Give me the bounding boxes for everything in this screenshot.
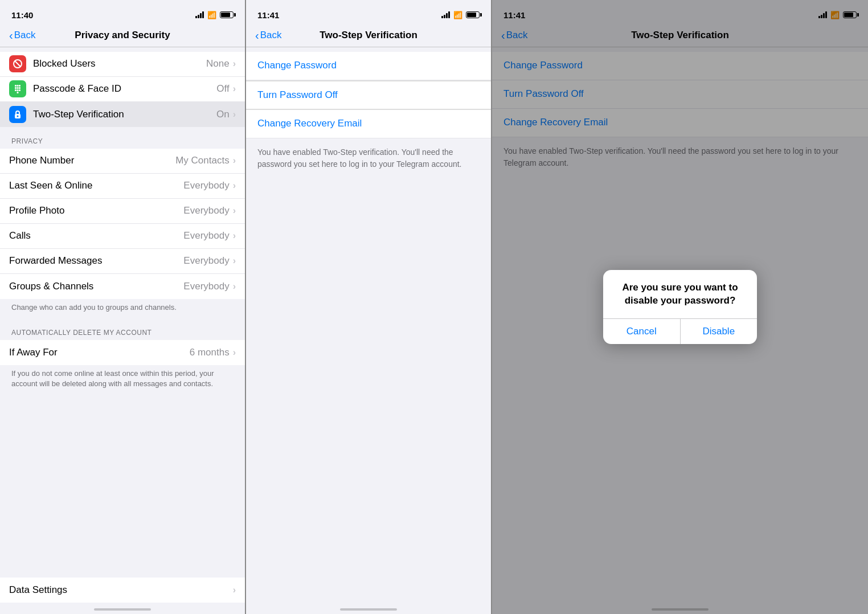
auto-delete-group: If Away For 6 months › [0,340,245,365]
status-time-1: 11:40 [11,10,33,20]
battery-icon-1 [220,11,234,18]
disable-button[interactable]: Disable [681,319,758,344]
two-step-label: Two-Step Verification [33,109,216,120]
back-button-2[interactable]: ‹ Back [255,29,281,42]
panel-2: 11:41 📶 ‹ Back Two-Step Verification Cha… [246,0,491,614]
chevron-two-step: › [233,109,236,120]
phone-number-label: Phone Number [9,155,175,166]
signal-icon-1 [195,11,204,18]
dialog-buttons: Cancel Disable [603,318,757,344]
svg-rect-10 [19,89,21,91]
settings-group-1: Blocked Users None › Pass [0,52,245,127]
wifi-icon-2: 📶 [453,11,462,19]
profile-photo-label: Profile Photo [9,205,183,216]
passcode-value: Off [216,83,229,95]
chevron-forwarded: › [233,256,236,266]
chevron-last-seen: › [233,181,236,191]
groups-channels-row[interactable]: Groups & Channels Everybody › [0,274,245,299]
svg-rect-5 [15,87,17,89]
home-indicator-2 [340,608,397,611]
data-settings-row[interactable]: Data Settings › [0,578,245,603]
blocked-users-value: None [206,58,230,69]
home-indicator-1 [94,608,151,611]
calls-row[interactable]: Calls Everybody › [0,224,245,249]
blocked-users-icon [9,55,26,72]
status-icons-2: 📶 [441,11,480,19]
calls-label: Calls [9,230,183,241]
back-button-1[interactable]: ‹ Back [9,29,35,42]
privacy-section-header: PRIVACY [0,127,245,149]
forwarded-value: Everybody [183,255,229,267]
svg-rect-3 [17,85,19,87]
confirm-dialog: Are you sure you want to disable your pa… [603,270,757,343]
if-away-value: 6 months [190,347,230,358]
auto-delete-header: AUTOMATICALLY DELETE MY ACCOUNT [0,318,245,340]
panel-3: 11:41 📶 ‹ Back Two-Step Verification Cha… [492,0,868,614]
last-seen-value: Everybody [183,180,229,191]
turn-password-off-label-2: Turn Password Off [257,89,338,101]
battery-icon-2 [466,11,480,18]
dialog-overlay: Are you sure you want to disable your pa… [492,0,868,614]
status-time-2: 11:41 [257,10,279,20]
turn-password-off-row-2[interactable]: Turn Password Off [246,80,491,110]
svg-rect-11 [17,92,19,93]
phone-number-row[interactable]: Phone Number My Contacts › [0,149,245,174]
if-away-row[interactable]: If Away For 6 months › [0,340,245,365]
panel-1: 11:40 📶 ‹ Back Privacy and Security [0,0,245,614]
phone-number-value: My Contacts [175,155,229,166]
twofa-group-2: Change Password Turn Password Off Change… [246,52,491,138]
data-settings-label: Data Settings [9,584,233,596]
blocked-users-label: Blocked Users [33,58,206,69]
svg-line-1 [15,61,21,67]
back-label-1: Back [14,30,36,41]
svg-rect-6 [17,87,19,89]
forwarded-label: Forwarded Messages [9,255,183,267]
blocked-users-row[interactable]: Blocked Users None › [0,52,245,77]
last-seen-label: Last Seen & Online [9,180,183,191]
chevron-passcode: › [233,84,236,94]
chevron-profile: › [233,206,236,216]
svg-rect-8 [15,89,17,91]
back-chevron-2: ‹ [255,29,259,42]
nav-bar-2: ‹ Back Two-Step Verification [246,25,491,47]
privacy-group: Phone Number My Contacts › Last Seen & O… [0,149,245,299]
groups-note: Change who can add you to groups and cha… [0,299,245,318]
svg-rect-9 [17,89,19,91]
change-password-label-2: Change Password [257,60,337,71]
status-bar-2: 11:41 📶 [246,0,491,25]
groups-channels-label: Groups & Channels [9,281,183,292]
svg-rect-4 [19,85,21,87]
chevron-phone: › [233,155,236,166]
data-settings-group: Data Settings › [0,578,245,603]
change-recovery-label-2: Change Recovery Email [257,118,362,129]
auto-delete-note: If you do not come online at least once … [0,365,245,395]
profile-photo-value: Everybody [183,205,229,216]
svg-rect-2 [15,85,17,87]
chevron-blocked: › [233,59,236,69]
passcode-row[interactable]: Passcode & Face ID Off › [0,77,245,102]
cancel-button[interactable]: Cancel [603,319,681,344]
change-recovery-row-2[interactable]: Change Recovery Email [246,110,491,138]
two-step-value: On [216,109,230,120]
chevron-groups: › [233,281,236,292]
passcode-icon [9,80,26,97]
svg-point-13 [17,115,19,117]
nav-bar-1: ‹ Back Privacy and Security [0,25,245,47]
svg-rect-7 [19,87,21,89]
forwarded-row[interactable]: Forwarded Messages Everybody › [0,249,245,274]
change-password-row-2[interactable]: Change Password [246,52,491,80]
back-label-2: Back [260,30,282,41]
nav-title-2: Two-Step Verification [320,30,417,41]
calls-value: Everybody [183,230,229,241]
last-seen-row[interactable]: Last Seen & Online Everybody › [0,174,245,199]
chevron-away: › [233,347,236,358]
chevron-calls: › [233,231,236,241]
if-away-label: If Away For [9,347,190,358]
two-step-row[interactable]: Two-Step Verification On › [0,102,245,127]
wifi-icon-1: 📶 [207,11,216,19]
profile-photo-row[interactable]: Profile Photo Everybody › [0,199,245,224]
passcode-label: Passcode & Face ID [33,83,216,95]
dialog-title: Are you sure you want to disable your pa… [603,281,757,311]
status-icons-1: 📶 [195,11,234,19]
groups-channels-value: Everybody [183,281,229,292]
